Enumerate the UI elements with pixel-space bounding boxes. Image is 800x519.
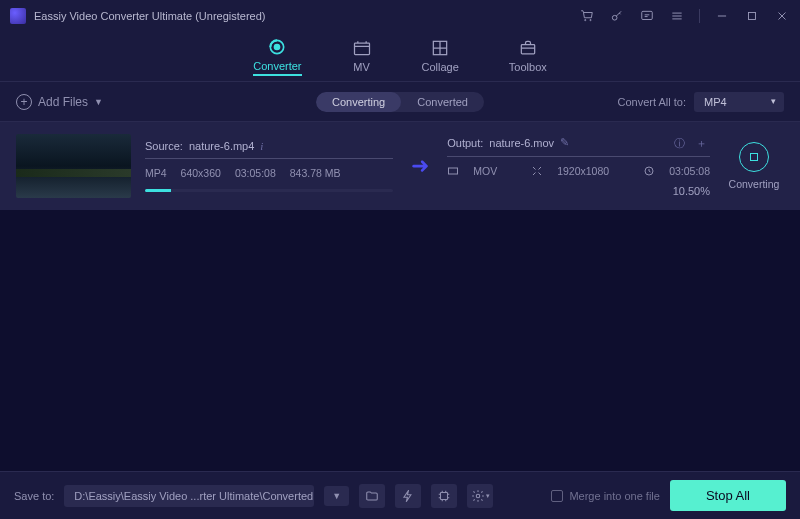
svg-rect-2 (749, 13, 756, 20)
divider (699, 9, 700, 23)
info-icon[interactable]: i (260, 140, 263, 152)
source-meta: MP4 640x360 03:05:08 843.78 MB (145, 167, 393, 179)
action-label: Converting (729, 178, 780, 190)
svg-point-11 (476, 494, 480, 498)
merge-label: Merge into one file (569, 490, 660, 502)
save-to-label: Save to: (14, 490, 54, 502)
output-column: Output: nature-6.mov ✎ ⓘ ＋ MOV 1920x1080… (447, 136, 710, 197)
gpu-button[interactable] (431, 484, 457, 508)
bottom-bar: Save to: D:\Eassiy\Eassiy Video ...rter … (0, 471, 800, 519)
merge-checkbox[interactable]: Merge into one file (551, 490, 660, 502)
info-circle-icon[interactable]: ⓘ (674, 136, 688, 150)
source-line: Source: nature-6.mp4 i (145, 140, 393, 152)
convert-all-control: Convert All to: MP4 (618, 92, 784, 112)
lightning-button[interactable] (395, 484, 421, 508)
stop-all-button[interactable]: Stop All (670, 480, 786, 511)
duration-icon (643, 165, 655, 177)
plus-icon: + (16, 94, 32, 110)
path-dropdown-button[interactable]: ▼ (324, 486, 349, 506)
nav-bar: Converter MV Collage Toolbox (0, 32, 800, 82)
file-row: Source: nature-6.mp4 i MP4 640x360 03:05… (0, 122, 800, 210)
progress-percent: 10.50% (447, 185, 710, 197)
view-tab-converting[interactable]: Converting (316, 92, 401, 112)
toolbar: + Add Files ▼ Converting Converted Conve… (0, 82, 800, 122)
minimize-icon[interactable] (714, 8, 730, 24)
collage-icon (430, 38, 450, 58)
svg-rect-8 (449, 168, 458, 174)
tab-label: Converter (253, 60, 301, 72)
svg-point-4 (275, 45, 280, 50)
output-duration: 03:05:08 (669, 165, 710, 177)
cart-icon[interactable] (579, 8, 595, 24)
source-label: Source: (145, 140, 183, 152)
tab-mv[interactable]: MV (352, 38, 372, 75)
output-line: Output: nature-6.mov ✎ ⓘ ＋ (447, 136, 710, 150)
svg-rect-5 (354, 43, 369, 55)
output-resolution: 1920x1080 (557, 165, 609, 177)
tab-label: MV (353, 61, 370, 73)
svg-rect-10 (441, 492, 448, 499)
tab-toolbox[interactable]: Toolbox (509, 38, 547, 75)
arrow-right-icon: ➜ (411, 153, 429, 179)
source-filename: nature-6.mp4 (189, 140, 254, 152)
source-duration: 03:05:08 (235, 167, 276, 179)
converter-icon (267, 37, 287, 57)
view-tab-converted[interactable]: Converted (401, 92, 484, 112)
format-select[interactable]: MP4 (694, 92, 784, 112)
app-logo-icon (10, 8, 26, 24)
mv-icon (352, 38, 372, 58)
save-path-field[interactable]: D:\Eassiy\Eassiy Video ...rter Ultimate\… (64, 485, 314, 507)
tab-collage[interactable]: Collage (422, 38, 459, 75)
row-action: Converting (724, 142, 784, 190)
title-bar: Eassiy Video Converter Ultimate (Unregis… (0, 0, 800, 32)
toolbox-icon (518, 38, 538, 58)
add-files-label: Add Files (38, 95, 88, 109)
resolution-icon (531, 165, 543, 177)
close-icon[interactable] (774, 8, 790, 24)
titlebar-right (579, 8, 790, 24)
key-icon[interactable] (609, 8, 625, 24)
progress-fill (145, 189, 171, 192)
output-filename: nature-6.mov (489, 137, 554, 149)
source-column: Source: nature-6.mp4 i MP4 640x360 03:05… (145, 140, 393, 192)
source-size: 843.78 MB (290, 167, 341, 179)
video-thumbnail[interactable] (16, 134, 131, 198)
tab-label: Collage (422, 61, 459, 73)
divider (447, 156, 710, 157)
edit-icon[interactable]: ✎ (560, 136, 569, 149)
view-tabs: Converting Converted (316, 92, 484, 112)
stop-button[interactable] (739, 142, 769, 172)
content-area: Source: nature-6.mp4 i MP4 640x360 03:05… (0, 122, 800, 471)
progress-bar (145, 189, 393, 192)
tab-converter[interactable]: Converter (253, 37, 301, 76)
format-icon (447, 165, 459, 177)
stop-icon (750, 153, 758, 161)
file-columns: Source: nature-6.mp4 i MP4 640x360 03:05… (145, 136, 710, 197)
add-icon[interactable]: ＋ (696, 136, 710, 150)
output-format: MOV (473, 165, 497, 177)
output-icons: ⓘ ＋ (674, 136, 710, 150)
svg-rect-1 (642, 11, 653, 19)
tab-label: Toolbox (509, 61, 547, 73)
menu-icon[interactable] (669, 8, 685, 24)
source-format: MP4 (145, 167, 167, 179)
convert-all-label: Convert All to: (618, 96, 686, 108)
chevron-down-icon: ▼ (94, 97, 103, 107)
checkbox-icon (551, 490, 563, 502)
svg-rect-7 (521, 45, 534, 54)
add-files-button[interactable]: + Add Files ▼ (16, 94, 103, 110)
output-meta: MOV 1920x1080 03:05:08 (447, 165, 710, 177)
divider (145, 158, 393, 159)
open-folder-button[interactable] (359, 484, 385, 508)
titlebar-left: Eassiy Video Converter Ultimate (Unregis… (10, 8, 266, 24)
source-resolution: 640x360 (181, 167, 221, 179)
maximize-icon[interactable] (744, 8, 760, 24)
output-label: Output: (447, 137, 483, 149)
settings-button[interactable]: ▾ (467, 484, 493, 508)
feedback-icon[interactable] (639, 8, 655, 24)
app-title: Eassiy Video Converter Ultimate (Unregis… (34, 10, 266, 22)
svg-point-0 (612, 15, 617, 20)
